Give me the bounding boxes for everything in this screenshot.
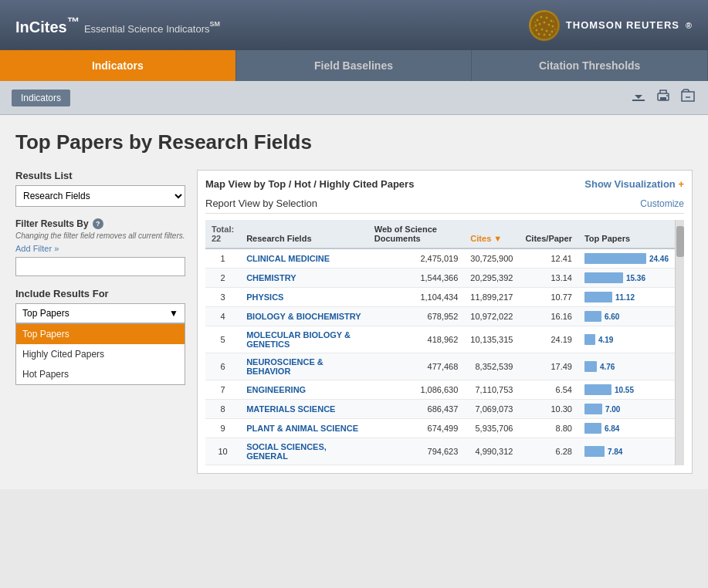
left-panel: Results List Research Fields Filter Resu… [15, 170, 185, 474]
include-dropdown-menu: Top Papers Highly Cited Papers Hot Paper… [15, 323, 185, 385]
include-select[interactable]: Top Papers ▼ [15, 303, 185, 323]
top-papers-cell: 10.55 [578, 380, 675, 400]
show-visualization-link[interactable]: Show Visualization + [584, 178, 684, 190]
nav-tabs: Indicators Field Baselines Citation Thre… [0, 50, 708, 81]
field-link[interactable]: SOCIAL SCIENCES, GENERAL [246, 442, 327, 461]
help-icon[interactable]: ? [93, 218, 103, 229]
table-row: 9 PLANT & ANIMAL SCIENCE 674,499 5,935,7… [205, 419, 684, 438]
col-header-total: Total: 22 [205, 220, 240, 248]
wos-docs-cell: 674,499 [368, 419, 465, 438]
field-cell: SOCIAL SCIENCES, GENERAL [240, 438, 368, 465]
field-link[interactable]: CHEMISTRY [246, 273, 296, 282]
filter-label: Filter Results By ? [15, 218, 185, 229]
table-header-row: Total: 22 Research Fields Web of Science… [205, 220, 684, 248]
field-link[interactable]: NEUROSCIENCE & BEHAVIOR [246, 357, 324, 376]
filter-section: Filter Results By ? Changing the filter … [15, 218, 185, 276]
download-icon[interactable] [630, 87, 647, 108]
dropdown-item-top-papers[interactable]: Top Papers [16, 324, 185, 344]
app-logo: InCites™ Essential Science IndicatorsSM [15, 15, 220, 36]
table-container: Total: 22 Research Fields Web of Science… [205, 220, 684, 465]
bar-fill [584, 446, 605, 457]
field-cell: MATERIALS SCIENCE [240, 400, 368, 419]
wos-docs-cell: 678,952 [368, 307, 465, 326]
cites-per-paper-cell: 8.80 [519, 419, 578, 438]
bar-container: 4.19 [584, 334, 669, 345]
rank-cell: 6 [205, 353, 240, 380]
svg-point-9 [547, 23, 550, 25]
add-filter-link[interactable]: Add Filter » [15, 244, 185, 253]
cites-cell: 20,295,392 [464, 269, 519, 288]
results-list-label: Results List [15, 170, 185, 181]
col-header-cites[interactable]: Cites ▼ [464, 220, 519, 248]
print-icon[interactable] [655, 87, 672, 108]
svg-point-25 [666, 95, 668, 96]
customize-link[interactable]: Customize [640, 198, 684, 209]
rank-cell: 3 [205, 288, 240, 307]
table-row: 5 MOLECULAR BIOLOGY & GENETICS 418,962 1… [205, 326, 684, 353]
svg-point-2 [536, 19, 538, 21]
svg-point-4 [545, 16, 547, 19]
top-papers-cell: 7.84 [578, 438, 675, 465]
rank-cell: 7 [205, 380, 240, 400]
dropdown-item-hot-papers[interactable]: Hot Papers [16, 364, 185, 384]
wos-docs-cell: 794,623 [368, 438, 465, 465]
include-section: Include Results For Top Papers ▼ Top Pap… [15, 288, 185, 323]
dropdown-item-highly-cited[interactable]: Highly Cited Papers [16, 344, 185, 364]
field-link[interactable]: BIOLOGY & BIOCHEMISTRY [246, 312, 361, 321]
cites-cell: 10,135,315 [464, 326, 519, 353]
field-cell: NEUROSCIENCE & BEHAVIOR [240, 353, 368, 380]
scrollbar-thumb [676, 226, 684, 257]
cites-cell: 11,899,217 [464, 288, 519, 307]
tab-indicators[interactable]: Indicators [0, 50, 236, 81]
logo-text: InCites™ Essential Science IndicatorsSM [15, 15, 220, 36]
wos-docs-cell: 477,468 [368, 353, 465, 380]
top-papers-cell: 11.12 [578, 288, 675, 307]
bar-container: 6.84 [584, 423, 669, 434]
folder-icon[interactable] [679, 87, 696, 108]
breadcrumb-button[interactable]: Indicators [12, 90, 70, 106]
thomson-reg: ® [686, 21, 693, 30]
bar-container: 7.84 [584, 446, 669, 457]
rank-cell: 9 [205, 419, 240, 438]
include-dropdown-container: Top Papers ▼ Top Papers Highly Cited Pap… [15, 303, 185, 323]
table-row: 2 CHEMISTRY 1,544,366 20,295,392 13.14 1… [205, 269, 684, 288]
field-link[interactable]: ENGINEERING [246, 385, 306, 394]
field-link[interactable]: PLANT & ANIMAL SCIENCE [246, 424, 358, 433]
rank-cell: 4 [205, 307, 240, 326]
cites-per-paper-cell: 10.30 [519, 400, 578, 419]
bar-label: 24.46 [649, 255, 669, 263]
bar-fill [584, 292, 612, 302]
tab-citation-thresholds[interactable]: Citation Thresholds [472, 50, 708, 81]
svg-point-21 [554, 29, 556, 30]
field-cell: MOLECULAR BIOLOGY & GENETICS [240, 326, 368, 353]
bar-container: 7.00 [584, 404, 669, 414]
results-list-select[interactable]: Research Fields [15, 185, 185, 207]
wos-docs-cell: 686,437 [368, 400, 465, 419]
field-link[interactable]: MATERIALS SCIENCE [246, 404, 335, 414]
bar-fill [584, 423, 601, 434]
field-cell: CLINICAL MEDICINE [240, 248, 368, 269]
field-link[interactable]: MOLECULAR BIOLOGY & GENETICS [246, 330, 351, 349]
svg-point-5 [550, 19, 552, 22]
tab-field-baselines[interactable]: Field Baselines [236, 50, 473, 81]
svg-rect-24 [660, 97, 666, 100]
svg-point-11 [535, 29, 537, 31]
svg-point-8 [543, 21, 545, 23]
wos-docs-cell: 418,962 [368, 326, 465, 353]
bar-container: 15.36 [584, 272, 669, 283]
bar-fill [584, 384, 611, 395]
field-cell: PLANT & ANIMAL SCIENCE [240, 419, 368, 438]
field-link[interactable]: PHYSICS [246, 292, 283, 302]
include-label: Include Results For [15, 288, 185, 299]
wos-docs-cell: 1,544,366 [368, 269, 465, 288]
col-header-wos: Web of Science Documents [368, 220, 465, 248]
svg-point-3 [540, 15, 542, 18]
field-link[interactable]: CLINICAL MEDICINE [246, 254, 330, 263]
cites-per-paper-cell: 10.77 [519, 288, 578, 307]
app-header: InCites™ Essential Science IndicatorsSM [0, 0, 708, 50]
cites-per-paper-cell: 17.49 [519, 353, 578, 380]
filter-input[interactable] [15, 257, 185, 276]
toolbar-icons [630, 87, 696, 108]
scrollbar-track[interactable] [675, 220, 684, 465]
rank-cell: 1 [205, 248, 240, 269]
